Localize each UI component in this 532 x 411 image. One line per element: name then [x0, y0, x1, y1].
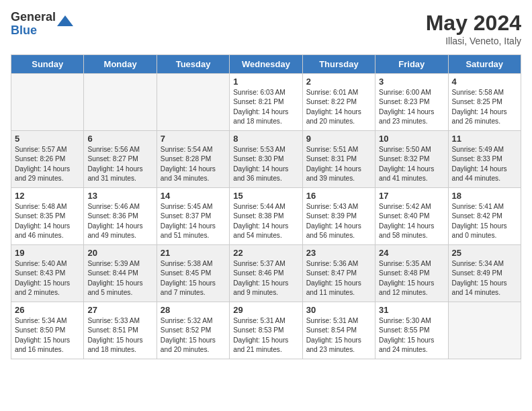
day-of-week-header: Monday	[84, 55, 157, 74]
day-info: Sunrise: 5:50 AMSunset: 8:32 PMDaylight:…	[379, 145, 444, 183]
calendar-day-cell: 31Sunrise: 5:30 AMSunset: 8:55 PMDayligh…	[375, 302, 448, 359]
day-info: Sunrise: 5:34 AMSunset: 8:49 PMDaylight:…	[452, 259, 517, 298]
calendar-day-cell: 21Sunrise: 5:38 AMSunset: 8:45 PMDayligh…	[157, 245, 229, 302]
day-of-week-header: Wednesday	[230, 55, 302, 74]
day-info: Sunrise: 5:31 AMSunset: 8:53 PMDaylight:…	[233, 316, 298, 355]
calendar-table: SundayMondayTuesdayWednesdayThursdayFrid…	[11, 54, 521, 359]
calendar-day-cell: 8Sunrise: 5:53 AMSunset: 8:30 PMDaylight…	[230, 131, 302, 188]
day-info: Sunrise: 5:36 AMSunset: 8:47 PMDaylight:…	[306, 259, 371, 298]
calendar-day-cell: 9Sunrise: 5:51 AMSunset: 8:31 PMDaylight…	[302, 131, 375, 188]
calendar-day-cell: 4Sunrise: 5:58 AMSunset: 8:25 PMDaylight…	[448, 74, 521, 131]
logo: General Blue	[11, 11, 73, 38]
day-number: 15	[233, 191, 298, 201]
day-number: 27	[87, 305, 152, 315]
calendar-day-cell: 30Sunrise: 5:31 AMSunset: 8:54 PMDayligh…	[302, 302, 375, 359]
day-number: 25	[452, 248, 517, 258]
calendar-day-cell: 28Sunrise: 5:32 AMSunset: 8:52 PMDayligh…	[157, 302, 229, 359]
calendar-day-cell: 1Sunrise: 6:03 AMSunset: 8:21 PMDaylight…	[230, 74, 302, 131]
day-info: Sunrise: 5:31 AMSunset: 8:54 PMDaylight:…	[306, 316, 371, 355]
day-of-week-header: Thursday	[302, 55, 375, 74]
calendar-week-row: 26Sunrise: 5:34 AMSunset: 8:50 PMDayligh…	[11, 302, 521, 359]
logo-icon	[57, 13, 73, 29]
calendar-day-cell: 20Sunrise: 5:39 AMSunset: 8:44 PMDayligh…	[84, 245, 157, 302]
day-info: Sunrise: 5:37 AMSunset: 8:46 PMDaylight:…	[233, 259, 298, 298]
calendar-day-cell: 5Sunrise: 5:57 AMSunset: 8:26 PMDaylight…	[11, 131, 84, 188]
calendar-day-cell	[11, 74, 84, 131]
calendar-day-cell: 13Sunrise: 5:46 AMSunset: 8:36 PMDayligh…	[84, 188, 157, 245]
calendar-day-cell: 10Sunrise: 5:50 AMSunset: 8:32 PMDayligh…	[375, 131, 448, 188]
day-info: Sunrise: 5:33 AMSunset: 8:51 PMDaylight:…	[87, 316, 152, 355]
day-number: 30	[306, 305, 371, 315]
day-of-week-header: Sunday	[11, 55, 84, 74]
day-number: 16	[306, 191, 371, 201]
day-of-week-header: Saturday	[448, 55, 521, 74]
month-year-title: May 2024	[426, 11, 521, 36]
day-number: 11	[452, 134, 517, 144]
day-info: Sunrise: 5:48 AMSunset: 8:35 PMDaylight:…	[15, 202, 80, 240]
day-info: Sunrise: 5:35 AMSunset: 8:48 PMDaylight:…	[379, 259, 444, 298]
calendar-day-cell: 16Sunrise: 5:43 AMSunset: 8:39 PMDayligh…	[302, 188, 375, 245]
calendar-week-row: 12Sunrise: 5:48 AMSunset: 8:35 PMDayligh…	[11, 188, 521, 245]
day-number: 12	[15, 191, 80, 201]
day-number: 31	[379, 305, 444, 315]
calendar-day-cell: 19Sunrise: 5:40 AMSunset: 8:43 PMDayligh…	[11, 245, 84, 302]
page-header: General Blue May 2024 Illasi, Veneto, It…	[11, 11, 521, 46]
calendar-day-cell	[157, 74, 229, 131]
day-info: Sunrise: 5:45 AMSunset: 8:37 PMDaylight:…	[161, 202, 226, 240]
calendar-day-cell: 2Sunrise: 6:01 AMSunset: 8:22 PMDaylight…	[302, 74, 375, 131]
day-number: 3	[379, 77, 444, 87]
day-info: Sunrise: 5:49 AMSunset: 8:33 PMDaylight:…	[452, 145, 517, 183]
day-info: Sunrise: 5:39 AMSunset: 8:44 PMDaylight:…	[87, 259, 152, 298]
day-number: 22	[233, 248, 298, 258]
calendar-week-row: 5Sunrise: 5:57 AMSunset: 8:26 PMDaylight…	[11, 131, 521, 188]
day-number: 23	[306, 248, 371, 258]
day-number: 24	[379, 248, 444, 258]
day-number: 4	[452, 77, 517, 87]
calendar-day-cell: 12Sunrise: 5:48 AMSunset: 8:35 PMDayligh…	[11, 188, 84, 245]
day-number: 20	[87, 248, 152, 258]
day-info: Sunrise: 5:34 AMSunset: 8:50 PMDaylight:…	[15, 316, 80, 355]
day-info: Sunrise: 5:56 AMSunset: 8:27 PMDaylight:…	[87, 145, 152, 183]
day-of-week-header: Tuesday	[157, 55, 229, 74]
logo-general-text: General	[11, 11, 56, 24]
calendar-day-cell: 26Sunrise: 5:34 AMSunset: 8:50 PMDayligh…	[11, 302, 84, 359]
calendar-day-cell	[448, 302, 521, 359]
day-info: Sunrise: 5:38 AMSunset: 8:45 PMDaylight:…	[161, 259, 226, 298]
calendar-day-cell: 7Sunrise: 5:54 AMSunset: 8:28 PMDaylight…	[157, 131, 229, 188]
day-info: Sunrise: 5:44 AMSunset: 8:38 PMDaylight:…	[233, 202, 298, 240]
day-number: 5	[15, 134, 80, 144]
calendar-day-cell: 6Sunrise: 5:56 AMSunset: 8:27 PMDaylight…	[84, 131, 157, 188]
day-info: Sunrise: 5:41 AMSunset: 8:42 PMDaylight:…	[452, 202, 517, 240]
day-number: 1	[233, 77, 298, 87]
calendar-day-cell: 11Sunrise: 5:49 AMSunset: 8:33 PMDayligh…	[448, 131, 521, 188]
day-number: 17	[379, 191, 444, 201]
calendar-day-cell	[84, 74, 157, 131]
calendar-week-row: 1Sunrise: 6:03 AMSunset: 8:21 PMDaylight…	[11, 74, 521, 131]
calendar-day-cell: 23Sunrise: 5:36 AMSunset: 8:47 PMDayligh…	[302, 245, 375, 302]
calendar-day-cell: 27Sunrise: 5:33 AMSunset: 8:51 PMDayligh…	[84, 302, 157, 359]
day-number: 9	[306, 134, 371, 144]
calendar-week-row: 19Sunrise: 5:40 AMSunset: 8:43 PMDayligh…	[11, 245, 521, 302]
day-info: Sunrise: 5:30 AMSunset: 8:55 PMDaylight:…	[379, 316, 444, 355]
calendar-header-row: SundayMondayTuesdayWednesdayThursdayFrid…	[11, 55, 521, 74]
calendar-day-cell: 25Sunrise: 5:34 AMSunset: 8:49 PMDayligh…	[448, 245, 521, 302]
day-number: 19	[15, 248, 80, 258]
calendar-day-cell: 15Sunrise: 5:44 AMSunset: 8:38 PMDayligh…	[230, 188, 302, 245]
day-info: Sunrise: 6:03 AMSunset: 8:21 PMDaylight:…	[233, 88, 298, 126]
day-info: Sunrise: 5:57 AMSunset: 8:26 PMDaylight:…	[15, 145, 80, 183]
calendar-day-cell: 24Sunrise: 5:35 AMSunset: 8:48 PMDayligh…	[375, 245, 448, 302]
day-info: Sunrise: 5:42 AMSunset: 8:40 PMDaylight:…	[379, 202, 444, 240]
day-info: Sunrise: 5:51 AMSunset: 8:31 PMDaylight:…	[306, 145, 371, 183]
day-number: 7	[161, 134, 226, 144]
calendar-day-cell: 22Sunrise: 5:37 AMSunset: 8:46 PMDayligh…	[230, 245, 302, 302]
day-number: 29	[233, 305, 298, 315]
day-number: 21	[161, 248, 226, 258]
day-info: Sunrise: 5:58 AMSunset: 8:25 PMDaylight:…	[452, 88, 517, 126]
day-info: Sunrise: 6:01 AMSunset: 8:22 PMDaylight:…	[306, 88, 371, 126]
calendar-day-cell: 18Sunrise: 5:41 AMSunset: 8:42 PMDayligh…	[448, 188, 521, 245]
day-info: Sunrise: 5:46 AMSunset: 8:36 PMDaylight:…	[87, 202, 152, 240]
day-number: 28	[161, 305, 226, 315]
day-info: Sunrise: 5:53 AMSunset: 8:30 PMDaylight:…	[233, 145, 298, 183]
day-number: 26	[15, 305, 80, 315]
day-info: Sunrise: 5:40 AMSunset: 8:43 PMDaylight:…	[15, 259, 80, 298]
